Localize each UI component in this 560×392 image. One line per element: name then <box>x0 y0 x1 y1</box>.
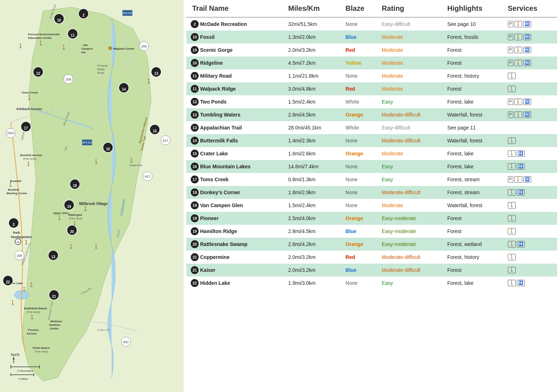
trail-miles: 14.6mi/7.4km <box>285 160 343 173</box>
svg-text:Campen: Campen <box>81 47 93 50</box>
trail-services: P🚶🚻 <box>505 56 557 69</box>
trail-services: 🚶🚻 <box>505 147 557 160</box>
trail-number: 12 <box>191 98 199 106</box>
svg-point-31 <box>109 47 112 50</box>
trail-name: Military Road <box>200 73 232 79</box>
trail-blaze: Orange <box>343 108 379 121</box>
trail-services: P🚶🚻 <box>505 44 557 56</box>
trail-highlights: Forest, fossils <box>444 31 505 44</box>
svg-text:Bushkill Access: Bushkill Access <box>20 154 42 157</box>
trail-miles: 1.3mi/2.0km <box>285 31 343 44</box>
parking-icon: P <box>508 34 513 40</box>
table-row: 2McDade Recreation32mi/51.5kmNoneEasy-di… <box>186 17 557 31</box>
trail-blaze: None <box>343 199 379 212</box>
hiker-icon: 🚶 <box>514 111 522 118</box>
hiker-icon: 🚶 <box>514 176 522 182</box>
trail-highlights: Forest, wetland <box>444 238 505 251</box>
trail-rating: Easy <box>379 173 444 186</box>
trail-services: 🚶 <box>505 199 557 212</box>
trail-name-cell: 21Kaiser <box>186 264 285 277</box>
trail-number: 21 <box>191 253 199 261</box>
svg-text:(Fee area): (Fee area) <box>69 217 83 220</box>
trail-highlights: Forest, stream <box>444 173 505 186</box>
trail-number: 19 <box>191 201 199 209</box>
trail-miles: 3.0mi/4.8km <box>285 82 343 95</box>
trail-services: 🚶 <box>505 212 557 225</box>
trail-highlights: Forest, history <box>444 69 505 82</box>
col-trail-name: Trail Name <box>186 0 285 17</box>
trail-highlights: Waterfall, forest <box>444 108 505 121</box>
svg-text:🚶: 🚶 <box>29 282 34 287</box>
svg-text:17: 17 <box>24 126 28 130</box>
trail-number: 12 <box>191 111 199 119</box>
parking-icon: P <box>508 47 513 53</box>
hiker-icon: 🚶 <box>508 241 516 247</box>
trail-rating: Moderate <box>379 44 444 56</box>
svg-text:(Fee area): (Fee area) <box>27 310 40 314</box>
restroom-icon: 🚻 <box>517 280 525 286</box>
trail-name-cell: 15Crater Lake <box>186 147 285 160</box>
svg-text:10: 10 <box>57 18 61 22</box>
trail-name: Rattlesnake Swamp <box>200 241 248 247</box>
table-header-row: Trail Name Miles/Km Blaze Rating Highlig… <box>186 0 557 17</box>
trail-name: Fossil <box>200 34 214 40</box>
svg-text:Smithfield Beach: Smithfield Beach <box>24 307 47 310</box>
trail-services: P🚶🚻 <box>505 173 557 186</box>
table-row: 15Crater Lake1.6mi/2.6kmOrangeModerateFo… <box>186 147 557 160</box>
trail-blaze: Red <box>343 251 379 264</box>
trail-rating: Easy <box>379 95 444 108</box>
restroom-icon: 🚻 <box>517 163 525 169</box>
trails-table: Trail Name Miles/Km Blaze Rating Highlig… <box>186 0 557 290</box>
svg-text:🚶: 🚶 <box>94 159 99 164</box>
trail-blaze: Blue <box>343 225 379 238</box>
svg-text:22: 22 <box>6 280 10 284</box>
trail-services: P🚶🚻 <box>505 17 557 31</box>
svg-text:Headquarters: Headquarters <box>11 235 32 239</box>
trail-highlights: Forest <box>444 212 505 225</box>
trail-rating: Moderate-difficult <box>379 134 444 147</box>
svg-text:15: 15 <box>153 129 157 133</box>
svg-text:Gutter Rd: Gutter Rd <box>97 328 110 332</box>
restroom-icon: 🚻 <box>517 241 525 247</box>
trail-rating: Moderate <box>379 56 444 69</box>
trail-name-cell: 18Donkey's Corner <box>186 186 285 199</box>
svg-text:🚶: 🚶 <box>27 95 32 100</box>
parking-icon: P <box>508 60 513 66</box>
hiker-icon: 🚶 <box>508 73 516 79</box>
trail-services: P🚶🚻 <box>505 95 557 108</box>
svg-text:🚶: 🚶 <box>83 206 88 211</box>
trail-rating: Easy <box>379 160 444 173</box>
hiker-icon: 🚶 <box>514 60 522 66</box>
svg-text:🚶: 🚶 <box>22 286 27 292</box>
trail-number: 11 <box>191 72 199 80</box>
svg-text:14: 14 <box>122 87 126 91</box>
trail-name: Coppermine <box>200 254 230 260</box>
trail-miles: 1.5mi/2.4km <box>285 95 343 108</box>
svg-text:627: 627 <box>145 175 150 178</box>
trail-rating: Moderate-difficult <box>379 264 444 277</box>
svg-text:Dead end: Dead end <box>130 164 142 167</box>
trail-name-cell: 11Military Road <box>186 69 285 82</box>
table-row: 21Coppermine2.0mi/3.2kmRedModerate-diffi… <box>186 251 557 264</box>
svg-text:Bushkill: Bushkill <box>8 188 19 191</box>
trail-services: 🚶 <box>505 264 557 277</box>
map-panel: NPS 615 NPS 615 2001 209 209 209 617 627… <box>0 0 184 392</box>
trail-rating: Easy-moderate <box>379 225 444 238</box>
trail-blaze: None <box>343 277 379 290</box>
trail-rating: Moderate <box>379 69 444 82</box>
trail-rating: Easy-difficult <box>379 121 444 134</box>
hiker-icon: 🚶 <box>508 163 516 169</box>
svg-text:5 Kilometers: 5 Kilometers <box>17 369 33 373</box>
table-row: 10Fossil1.3mi/2.0kmBlueModerateForest, f… <box>186 31 557 44</box>
restroom-icon: 🚻 <box>523 60 531 66</box>
svg-text:602: 602 <box>123 340 128 344</box>
svg-text:Turtle Beach: Turtle Beach <box>32 346 50 350</box>
trail-blaze: White <box>343 121 379 134</box>
hiker-icon: 🚶 <box>514 99 522 105</box>
trail-number: 10 <box>191 59 199 67</box>
svg-text:Outdoor: Outdoor <box>49 323 60 327</box>
trail-blaze: Blue <box>343 31 379 44</box>
hiker-icon: 🚶 <box>508 150 516 156</box>
trail-miles: 2.8mi/4.5km <box>285 108 343 121</box>
trail-services: 🚶🚻 <box>505 277 557 290</box>
